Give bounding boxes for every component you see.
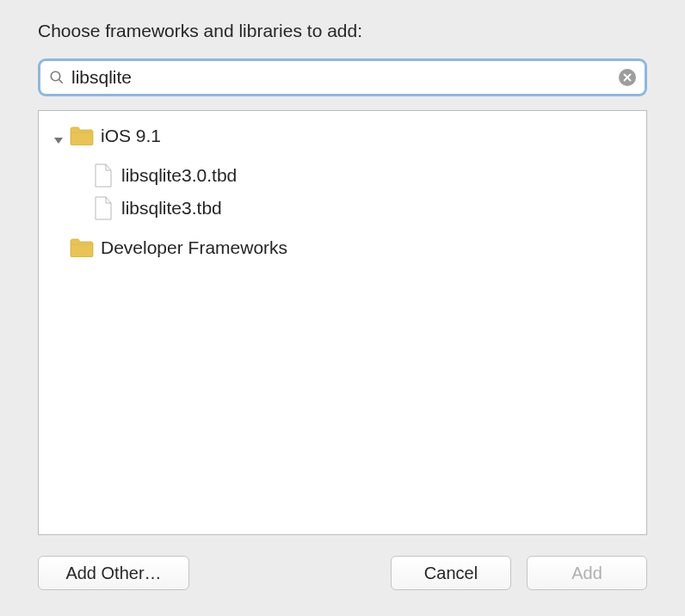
- dialog-title: Choose frameworks and libraries to add:: [38, 21, 647, 41]
- cancel-button[interactable]: Cancel: [391, 556, 511, 590]
- tree-group-label: iOS 9.1: [101, 126, 161, 146]
- disclosure-triangle-icon[interactable]: [52, 130, 65, 142]
- tree-item-label: libsqlite3.tbd: [121, 198, 222, 219]
- file-icon: [94, 163, 113, 188]
- svg-marker-4: [54, 138, 63, 144]
- add-framework-dialog: Choose frameworks and libraries to add:: [0, 0, 685, 616]
- tree-group-ios[interactable]: iOS 9.1: [39, 121, 646, 151]
- search-field: [42, 63, 643, 92]
- svg-point-0: [51, 71, 60, 81]
- folder-icon: [70, 238, 94, 257]
- dialog-button-row: Add Other… Cancel Add: [38, 556, 647, 590]
- file-icon: [94, 196, 113, 220]
- add-other-button[interactable]: Add Other…: [38, 556, 189, 590]
- tree-item[interactable]: libsqlite3.tbd: [39, 192, 646, 225]
- add-button: Add: [527, 556, 647, 590]
- framework-list[interactable]: iOS 9.1 libsqlite3.0.tbd libsqlite3.tbd: [38, 110, 647, 535]
- tree-group-label: Developer Frameworks: [101, 237, 287, 258]
- folder-icon: [70, 126, 94, 145]
- search-field-wrapper: [38, 59, 647, 96]
- search-input[interactable]: [71, 67, 619, 88]
- tree-item[interactable]: libsqlite3.0.tbd: [39, 159, 646, 192]
- svg-line-1: [59, 80, 63, 83]
- clear-search-button[interactable]: [619, 69, 636, 86]
- tree-item-label: libsqlite3.0.tbd: [121, 165, 237, 186]
- tree-group-developer-frameworks[interactable]: Developer Frameworks: [39, 233, 646, 262]
- search-icon: [49, 70, 65, 85]
